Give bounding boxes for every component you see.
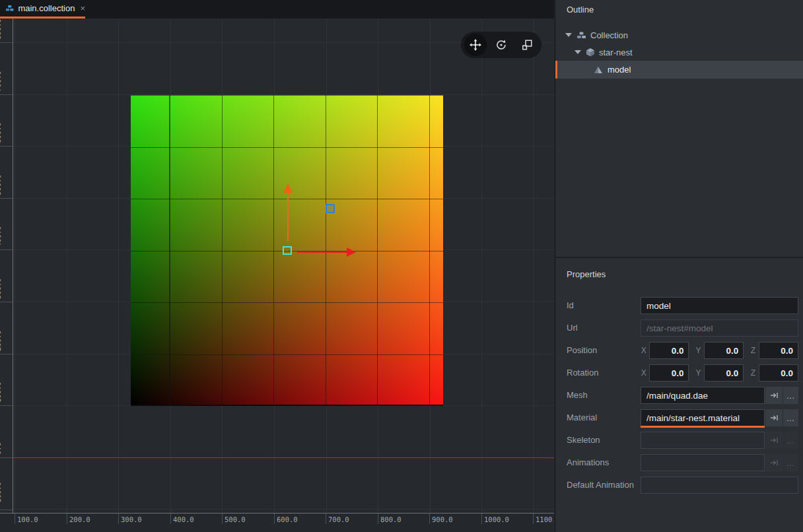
- game-object-icon: [586, 48, 595, 57]
- expand-icon[interactable]: [565, 33, 572, 37]
- open-resource-icon: [770, 414, 779, 422]
- rotate-tool-button[interactable]: [490, 34, 512, 56]
- tab-main-collection[interactable]: main.collection ×: [0, 0, 85, 17]
- ruler-tick: [326, 514, 326, 524]
- ruler-label: -100.0: [0, 482, 2, 507]
- property-row-id: Id: [555, 297, 803, 314]
- animations-open-resource-button: [765, 454, 783, 471]
- position-z-field[interactable]: [759, 342, 798, 359]
- animations-browse-button: …: [783, 454, 798, 471]
- expand-icon[interactable]: [575, 50, 581, 54]
- gizmo-x-axis-arrowhead[interactable]: [347, 248, 356, 257]
- outline-item-model[interactable]: model: [555, 61, 803, 79]
- ruler-label: 200.0: [69, 515, 90, 523]
- rotation-y-field[interactable]: [704, 364, 744, 382]
- property-row-material: Material …: [555, 409, 803, 426]
- skeleton-field[interactable]: [641, 432, 765, 449]
- material-field[interactable]: [641, 409, 765, 426]
- property-label: Rotation: [567, 364, 598, 382]
- ruler-tick: [0, 94, 13, 95]
- ruler-tick: [15, 514, 15, 524]
- ruler-tick: [481, 514, 482, 524]
- ruler-label: 100.0: [17, 515, 38, 523]
- property-label: Material: [567, 409, 597, 426]
- move-tool-button[interactable]: [464, 34, 487, 56]
- rotate-tool-icon: [495, 38, 508, 51]
- ruler-tick: [274, 514, 275, 524]
- ruler-label: 500.0: [0, 174, 2, 195]
- property-row-default-animation: Default Animation: [555, 477, 803, 494]
- material-browse-button[interactable]: …: [783, 409, 798, 426]
- inspector-panel: Outline Collection star-nest model: [555, 0, 803, 532]
- position-y-field[interactable]: [704, 342, 744, 359]
- skeleton-browse-button: …: [783, 432, 798, 449]
- tab-title: main.collection: [18, 3, 75, 13]
- properties-header: Properties: [567, 269, 606, 279]
- ruler-label: 100.0: [0, 382, 2, 403]
- ruler-label: 0.0: [0, 442, 2, 455]
- gizmo-y-axis-shaft[interactable]: [287, 192, 289, 241]
- outline-header: Outline: [567, 5, 594, 15]
- scene-viewport[interactable]: [13, 18, 554, 513]
- property-label: Position: [567, 342, 597, 359]
- rotation-x-field[interactable]: [649, 364, 689, 382]
- collection-tab-icon: [5, 4, 14, 13]
- ruler-tick: [222, 514, 223, 524]
- open-resource-icon: [770, 391, 779, 399]
- scale-tool-button[interactable]: [516, 34, 538, 56]
- default-animation-field[interactable]: [641, 477, 798, 494]
- outline-item-label: model: [608, 65, 631, 75]
- ruler-label: 600.0: [277, 515, 298, 523]
- axis-y-label: Y: [695, 342, 701, 359]
- ruler-label: 700.0: [328, 515, 349, 523]
- ruler-tick: [0, 249, 13, 250]
- rotation-z-field[interactable]: [759, 364, 798, 382]
- open-resource-icon: [770, 459, 779, 467]
- model-icon: [594, 66, 603, 74]
- viewport-toolbar: [461, 32, 541, 58]
- ruler-tick: [67, 514, 67, 524]
- ruler-label: 1100.0: [536, 515, 554, 523]
- gizmo-plane-handle[interactable]: [326, 204, 335, 213]
- property-label: Id: [567, 297, 574, 314]
- property-row-position: Position X Y Z: [555, 342, 803, 359]
- tab-bar: main.collection ×: [0, 0, 554, 18]
- editor-left-pane: main.collection ×: [0, 0, 554, 532]
- ruler-tick: [429, 514, 430, 524]
- axis-x-label: X: [641, 364, 646, 382]
- world-x-axis-line: [13, 457, 554, 458]
- panel-divider: [555, 257, 803, 258]
- ruler-tick: [118, 514, 119, 524]
- ruler-label: 600.0: [0, 122, 2, 143]
- mesh-open-resource-button[interactable]: [765, 387, 783, 404]
- outline-item-star-nest[interactable]: star-nest: [555, 44, 803, 61]
- position-x-field[interactable]: [649, 342, 689, 359]
- id-field[interactable]: [641, 297, 798, 314]
- gizmo-x-axis-shaft[interactable]: [297, 251, 347, 253]
- property-label: Url: [567, 319, 578, 337]
- ruler-label: 800.0: [380, 515, 402, 523]
- ruler-tick: [533, 514, 534, 524]
- mesh-field[interactable]: [641, 387, 765, 404]
- axis-y-label: Y: [695, 364, 701, 382]
- gizmo-origin-handle[interactable]: [283, 246, 292, 255]
- ruler-label: 800.0: [0, 18, 2, 40]
- animations-field[interactable]: [641, 454, 765, 471]
- scale-tool-icon: [520, 38, 534, 51]
- mesh-browse-button[interactable]: …: [783, 387, 798, 404]
- property-row-skeleton: Skeleton …: [555, 432, 803, 449]
- ruler-tick: [0, 354, 13, 354]
- material-open-resource-button[interactable]: [765, 409, 783, 426]
- property-label: Default Animation: [567, 477, 634, 494]
- open-resource-icon: [770, 436, 779, 444]
- ruler-tick: [0, 457, 13, 458]
- tab-close-icon[interactable]: ×: [80, 4, 85, 13]
- ruler-label: 200.0: [0, 330, 2, 351]
- outline-item-label: star-nest: [599, 48, 633, 57]
- ruler-tick: [170, 514, 171, 524]
- gizmo-y-axis-arrowhead[interactable]: [283, 183, 293, 193]
- axis-x-label: X: [641, 342, 646, 359]
- collection-icon: [576, 31, 586, 40]
- ruler-tick: [378, 514, 378, 524]
- outline-item-collection[interactable]: Collection: [555, 26, 803, 44]
